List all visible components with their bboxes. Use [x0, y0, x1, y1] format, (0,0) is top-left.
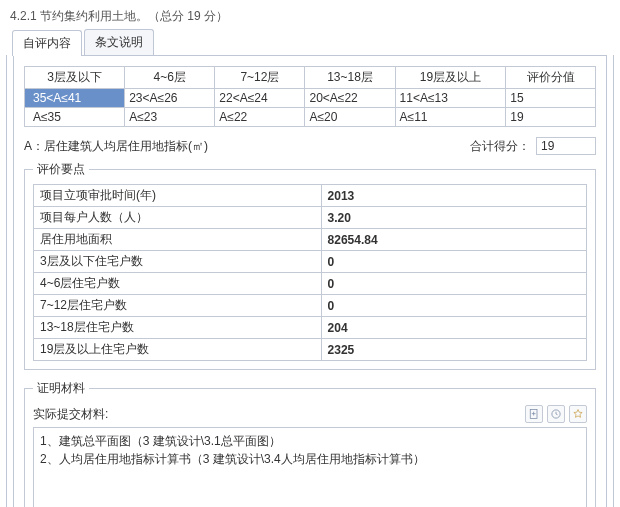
- total-score-label: 合计得分：: [470, 138, 530, 155]
- kv-key: 项目立项审批时间(年): [34, 185, 322, 207]
- grid-cell-highlight: 35<A≤41: [25, 89, 125, 108]
- grid-header: 评价分值: [506, 67, 596, 89]
- submitted-label: 实际提交材料:: [33, 406, 525, 423]
- materials-header: 实际提交材料:: [33, 405, 587, 423]
- grid-cell: 20<A≤22: [305, 89, 395, 108]
- grid-cell: 22<A≤24: [215, 89, 305, 108]
- grid-cell: 23<A≤26: [125, 89, 215, 108]
- refresh-button[interactable]: [547, 405, 565, 423]
- outer-frame: 3层及以下 4~6层 7~12层 13~18层 19层及以上 评价分值 35<A…: [6, 55, 614, 507]
- section-a-label: A：居住建筑人均居住用地指标(㎡): [24, 138, 470, 155]
- tab-bar: 自评内容 条文说明: [6, 31, 614, 55]
- kv-val: 2013: [321, 185, 586, 207]
- list-item: 1、建筑总平面图（3 建筑设计\3.1总平面图）: [40, 432, 580, 450]
- grid-header: 13~18层: [305, 67, 395, 89]
- kv-val: 2325: [321, 339, 586, 361]
- file-plus-icon: [528, 408, 540, 420]
- grid-header: 3层及以下: [25, 67, 125, 89]
- grid-header: 4~6层: [125, 67, 215, 89]
- kv-val: 3.20: [321, 207, 586, 229]
- kv-val: 204: [321, 317, 586, 339]
- kv-val: 82654.84: [321, 229, 586, 251]
- grid-header: 7~12层: [215, 67, 305, 89]
- section-a-row: A：居住建筑人均居住用地指标(㎡) 合计得分：: [24, 137, 596, 155]
- grid-cell: A≤22: [215, 108, 305, 127]
- submitted-list[interactable]: 1、建筑总平面图（3 建筑设计\3.1总平面图） 2、人均居住用地指标计算书（3…: [33, 427, 587, 507]
- add-file-button[interactable]: [525, 405, 543, 423]
- kv-val: 0: [321, 295, 586, 317]
- kv-key: 3层及以下住宅户数: [34, 251, 322, 273]
- tab-clause[interactable]: 条文说明: [84, 29, 154, 55]
- kv-table: 项目立项审批时间(年)2013 项目每户人数（人）3.20 居住用地面积8265…: [33, 184, 587, 361]
- grid-cell: A≤35: [25, 108, 125, 127]
- tab-self-eval[interactable]: 自评内容: [12, 30, 82, 56]
- favorite-button[interactable]: [569, 405, 587, 423]
- total-score-input[interactable]: [536, 137, 596, 155]
- grid-cell: 11<A≤13: [395, 89, 506, 108]
- kv-key: 居住用地面积: [34, 229, 322, 251]
- grid-cell: A≤23: [125, 108, 215, 127]
- star-icon: [572, 408, 584, 420]
- kv-key: 7~12层住宅户数: [34, 295, 322, 317]
- kv-key: 4~6层住宅户数: [34, 273, 322, 295]
- eval-fieldset: 评价要点 项目立项审批时间(年)2013 项目每户人数（人）3.20 居住用地面…: [24, 161, 596, 370]
- grid-row: A≤35 A≤23 A≤22 A≤20 A≤11 19: [25, 108, 596, 127]
- grid-cell: 15: [506, 89, 596, 108]
- kv-val: 0: [321, 273, 586, 295]
- materials-legend: 证明材料: [33, 380, 89, 397]
- grid-row: 35<A≤41 23<A≤26 22<A≤24 20<A≤22 11<A≤13 …: [25, 89, 596, 108]
- kv-key: 项目每户人数（人）: [34, 207, 322, 229]
- kv-key: 19层及以上住宅户数: [34, 339, 322, 361]
- grid-header-row: 3层及以下 4~6层 7~12层 13~18层 19层及以上 评价分值: [25, 67, 596, 89]
- materials-toolbar: [525, 405, 587, 423]
- materials-fieldset: 证明材料 实际提交材料: 1、建筑总平面图（3 建筑设计\3.1总平面图） 2、…: [24, 380, 596, 507]
- grid-cell: A≤11: [395, 108, 506, 127]
- tab-panel: 3层及以下 4~6层 7~12层 13~18层 19层及以上 评价分值 35<A…: [13, 55, 607, 507]
- kv-key: 13~18层住宅户数: [34, 317, 322, 339]
- grid-header: 19层及以上: [395, 67, 506, 89]
- section-title: 4.2.1 节约集约利用土地。（总分 19 分）: [6, 6, 614, 31]
- clock-icon: [550, 408, 562, 420]
- grid-cell: A≤20: [305, 108, 395, 127]
- grid-cell: 19: [506, 108, 596, 127]
- criteria-grid: 3层及以下 4~6层 7~12层 13~18层 19层及以上 评价分值 35<A…: [24, 66, 596, 127]
- kv-val: 0: [321, 251, 586, 273]
- list-item: 2、人均居住用地指标计算书（3 建筑设计\3.4人均居住用地指标计算书）: [40, 450, 580, 468]
- eval-legend: 评价要点: [33, 161, 89, 178]
